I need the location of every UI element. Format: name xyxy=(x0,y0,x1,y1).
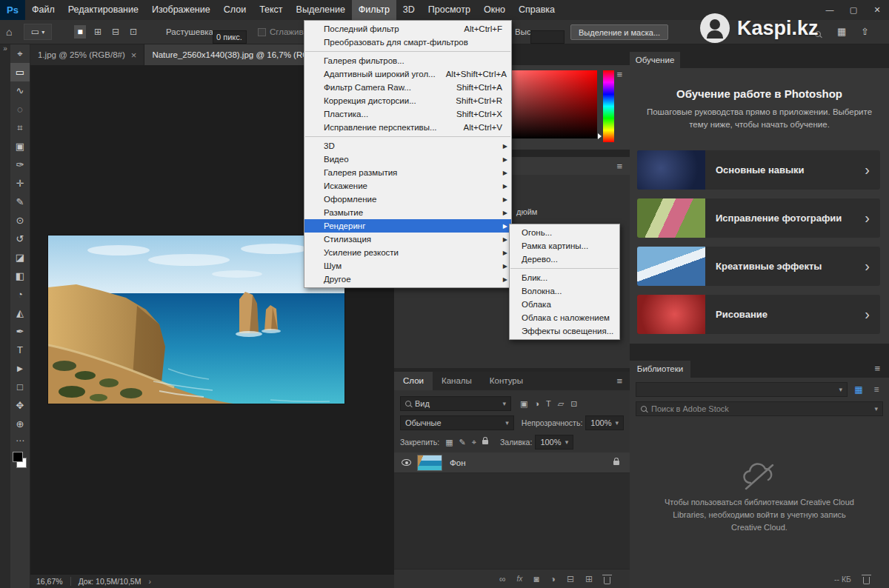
tool-preset-picker[interactable]: ▭▾ xyxy=(24,24,52,40)
menu-edit[interactable]: Редактирование xyxy=(61,0,145,20)
document-image[interactable] xyxy=(48,235,344,404)
add-layer-mask-icon[interactable]: ◙ xyxy=(533,574,539,584)
filter-menu-item[interactable]: Размытие ▶ xyxy=(304,206,511,219)
library-select[interactable]: ▾ xyxy=(636,382,848,397)
panel-menu-icon[interactable]: ≡ xyxy=(874,363,880,374)
filter-menu-item[interactable]: Другое ▶ xyxy=(304,273,511,286)
intersect-selection-mode-icon[interactable]: ⊡ xyxy=(127,25,139,39)
stock-search-input[interactable]: Поиск в Adobe Stock ▾ xyxy=(636,401,883,416)
layer-filter-select[interactable]: Вид ▾ xyxy=(400,396,511,411)
submenu-item-lens-flare[interactable]: Блик... xyxy=(510,271,619,284)
filter-smart-objects-icon[interactable]: ⊡ xyxy=(570,399,577,409)
panel-menu-icon[interactable]: ≡ xyxy=(616,161,622,172)
select-and-mask-button[interactable]: Выделение и маска... xyxy=(570,24,668,40)
subtract-selection-mode-icon[interactable]: ⊟ xyxy=(110,25,121,39)
layer-thumbnail[interactable] xyxy=(417,455,442,471)
filter-menu-item[interactable]: Последний фильтр Alt+Ctrl+F xyxy=(304,22,511,36)
filter-adjustment-layers-icon[interactable]: ◑ xyxy=(534,399,539,409)
zoom-tool[interactable]: ⊕ xyxy=(10,415,30,433)
type-tool[interactable]: T xyxy=(10,341,30,359)
crop-tool[interactable]: ⌗ xyxy=(10,118,30,137)
add-selection-mode-icon[interactable]: ⊞ xyxy=(92,25,104,39)
list-view-icon[interactable]: ≡ xyxy=(870,384,883,395)
home-icon[interactable]: ⌂ xyxy=(6,26,12,38)
antialias-checkbox[interactable] xyxy=(258,28,266,36)
status-chevron-icon[interactable]: › xyxy=(148,577,151,586)
adjustment-layer-icon[interactable]: ◑ xyxy=(550,574,556,584)
feather-input[interactable] xyxy=(213,30,247,44)
menu-type[interactable]: Текст xyxy=(253,0,289,20)
hue-marker[interactable] xyxy=(598,133,602,139)
spot-healing-tool[interactable]: ✛ xyxy=(10,174,30,193)
new-selection-mode-icon[interactable]: ■ xyxy=(74,25,86,39)
grid-view-icon[interactable]: ▦ xyxy=(852,384,865,395)
menu-view[interactable]: Просмотр xyxy=(422,0,477,20)
workspace-icon[interactable]: ▦ xyxy=(837,26,846,37)
quick-selection-tool[interactable]: ◌ xyxy=(10,100,30,118)
submenu-item-picture-frame[interactable]: Рамка картины... xyxy=(510,239,619,253)
panel-collapse-strip[interactable]: » xyxy=(0,44,10,588)
filter-menu-item[interactable]: 3D ▶ xyxy=(304,139,511,153)
filter-menu-item[interactable]: Исправление перспективы... Alt+Ctrl+V xyxy=(304,121,511,134)
fill-select[interactable]: 100% ▾ xyxy=(535,435,573,450)
layer-effects-icon[interactable]: fx xyxy=(517,575,523,583)
link-layers-icon[interactable]: ∞ xyxy=(499,574,506,584)
close-tab-icon[interactable]: × xyxy=(131,50,137,61)
new-group-icon[interactable]: ⊟ xyxy=(567,574,574,584)
zoom-level[interactable]: 16,67% xyxy=(36,577,63,586)
tab-paths[interactable]: Контуры xyxy=(481,372,532,390)
filter-menu-item[interactable]: Искажение ▶ xyxy=(304,179,511,193)
layer-name[interactable]: Фон xyxy=(450,458,466,467)
filter-menu-item[interactable]: Усиление резкости ▶ xyxy=(304,246,511,259)
delete-layer-icon[interactable] xyxy=(604,577,610,584)
menu-layers[interactable]: Слои xyxy=(217,0,253,20)
menu-select[interactable]: Выделение xyxy=(290,0,352,20)
eyedropper-tool[interactable]: ✑ xyxy=(10,156,30,174)
maximize-button[interactable]: ▢ xyxy=(842,0,865,20)
filter-menu-item[interactable]: Адаптивный широкий угол... Alt+Shift+Ctr… xyxy=(304,67,511,81)
lock-paint-icon[interactable]: ✎ xyxy=(459,438,466,447)
submenu-item-clouds[interactable]: Облака xyxy=(510,298,619,311)
tab-learn[interactable]: Обучение xyxy=(630,52,680,68)
blend-mode-select[interactable]: Обычные ▾ xyxy=(400,415,514,430)
edit-toolbar-button[interactable]: ⋯ xyxy=(10,433,30,448)
hand-tool[interactable]: ✥ xyxy=(10,396,30,415)
layer-visibility-eye-icon[interactable] xyxy=(402,459,411,466)
filter-pixel-layers-icon[interactable]: ▣ xyxy=(520,399,527,409)
dodge-tool[interactable]: ◭ xyxy=(10,304,30,322)
submenu-item-fire[interactable]: Огонь... xyxy=(510,226,619,239)
filter-menu-item[interactable]: Пластика... Shift+Ctrl+X xyxy=(304,107,511,121)
filter-type-layers-icon[interactable]: T xyxy=(546,399,551,409)
rectangle-tool[interactable]: □ xyxy=(10,378,30,396)
submenu-item-lighting-effects[interactable]: Эффекты освещения... xyxy=(510,324,619,338)
learn-card-photo-fix[interactable]: Исправление фотографии › xyxy=(637,198,880,238)
new-layer-icon[interactable]: ⊞ xyxy=(585,574,593,584)
move-tool[interactable]: ⌖ xyxy=(10,44,30,63)
tab-layers[interactable]: Слои xyxy=(394,372,433,390)
blur-tool[interactable]: ◔ xyxy=(10,285,30,304)
document-tab-1[interactable]: 1.jpg @ 25% (RGB/8#) × xyxy=(30,44,144,65)
delete-icon[interactable] xyxy=(863,577,870,584)
lock-transparency-icon[interactable]: ▦ xyxy=(445,438,453,447)
learn-card-bas ics[interactable]: Основные навыки › xyxy=(637,150,880,190)
menu-3d[interactable]: 3D xyxy=(396,0,422,20)
unit-label[interactable]: дюйм xyxy=(516,207,537,216)
lock-all-icon[interactable] xyxy=(482,440,488,444)
menu-window[interactable]: Окно xyxy=(477,0,512,20)
filter-menu-item[interactable]: Галерея размытия ▶ xyxy=(304,166,511,179)
layer-row-background[interactable]: Фон xyxy=(394,452,630,473)
minimize-button[interactable]: — xyxy=(818,0,842,20)
close-button[interactable]: ✕ xyxy=(865,0,889,20)
lasso-tool[interactable]: ∿ xyxy=(10,81,30,100)
menu-file[interactable]: Файл xyxy=(25,0,61,20)
filter-shape-layers-icon[interactable]: ▱ xyxy=(558,399,564,409)
submenu-item-difference-clouds[interactable]: Облака с наложением xyxy=(510,311,619,324)
gradient-tool[interactable]: ◧ xyxy=(10,267,30,285)
filter-menu-item[interactable]: Галерея фильтров... xyxy=(304,54,511,67)
submenu-item-tree[interactable]: Дерево... xyxy=(510,253,619,266)
color-hue-strip[interactable] xyxy=(603,70,614,142)
filter-menu-item[interactable]: Оформление ▶ xyxy=(304,193,511,206)
brush-tool[interactable]: ✎ xyxy=(10,193,30,211)
menu-image[interactable]: Изображение xyxy=(145,0,217,20)
learn-card-drawing[interactable]: Рисование › xyxy=(637,295,880,334)
